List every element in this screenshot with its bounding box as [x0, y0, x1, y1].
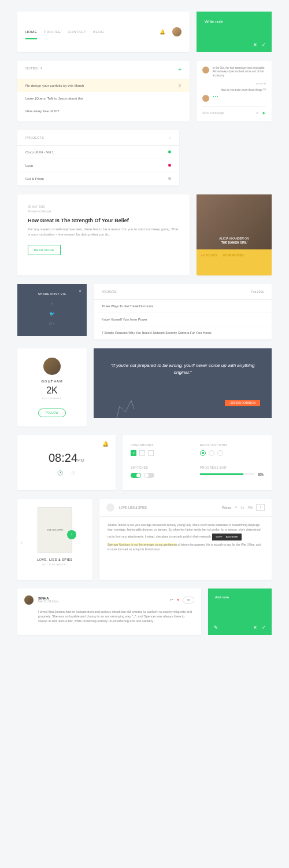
radio[interactable]	[217, 450, 223, 456]
follow-button[interactable]: FOLLOW	[38, 409, 66, 417]
checkbox-label: CHECKBOXES	[131, 443, 194, 447]
archives-card: ARCHIVES Feb 2016 Three Ways To Get Trav…	[94, 284, 272, 340]
close-icon[interactable]: x	[79, 289, 81, 292]
chevron-left-icon[interactable]: ‹	[21, 539, 23, 546]
archives-month[interactable]: Feb 2016	[251, 290, 264, 293]
close-icon[interactable]: ✕	[253, 625, 257, 630]
notes-card: NOTES · 3 + Re-design your portfolio by …	[17, 61, 190, 122]
archive-item[interactable]: Three Ways To Get Travel Discounts	[94, 300, 272, 313]
delete-icon[interactable]: 🗑	[178, 84, 181, 87]
note-item[interactable]: Learn jQuery. Talk to Jason about this	[17, 92, 190, 105]
alarm-icon[interactable]: 🔔	[102, 441, 109, 447]
project-item[interactable]: Cut & Paste	[17, 172, 179, 186]
notes-title: NOTES · 3	[25, 67, 42, 73]
facebook-icon[interactable]: f	[51, 301, 53, 307]
clock-card: 🔔 08:24PM 🕐 ⏱	[17, 435, 116, 490]
chevron-down-icon[interactable]: ▼	[235, 506, 237, 509]
archive-item[interactable]: Know Yourself Your Inner Power	[94, 313, 272, 326]
add-note-card[interactable]: Add note ✎ ✕ ✓	[208, 589, 272, 635]
quote-author: -SIR KEN ROBINSON	[225, 400, 260, 406]
chat-card: In the 90s, the hair accessory was inval…	[197, 61, 272, 122]
archive-item[interactable]: 7 Simple Reasons Why You Need A Network …	[94, 326, 272, 340]
follower-count: 2K	[27, 385, 77, 396]
projects-card: PROJECTS ⌕ Coco UI Kit - Vol 1 Loop Cut …	[17, 130, 179, 186]
clock-icon[interactable]: 🕐	[57, 470, 63, 476]
twitter-icon[interactable]: 🐦	[49, 311, 55, 317]
send-icon[interactable]: ➤	[262, 111, 266, 116]
font-size-large[interactable]: Aa	[247, 505, 253, 509]
article-body: For any aspect of self-improvement, ther…	[28, 227, 179, 237]
quote-text: "If you're not prepared to be wrong, you…	[105, 362, 260, 376]
comment-date: Feb 18 | 03:42pm	[38, 600, 58, 603]
nav-profile[interactable]: PROFILE	[44, 30, 61, 34]
edit-icon[interactable]: ✎	[214, 625, 218, 630]
profile-image-card: ALICIA VIKANDER ON 'THE DANISH GIRL' ♥ 2…	[197, 194, 272, 275]
timer-icon[interactable]: ⏱	[71, 470, 76, 476]
article-date: 05 MAY 2015	[28, 205, 179, 208]
chat-reply: How do you even know these things ??	[202, 89, 266, 91]
nav-contact[interactable]: CONTACT	[68, 30, 86, 34]
progress-bar	[200, 473, 254, 475]
share-card: x SHARE POST VIA f 🐦 G+	[17, 284, 87, 336]
search-icon[interactable]: ⌕	[169, 136, 171, 139]
book-author: BY CINDY ANSTEY	[25, 563, 84, 566]
like-count: 30	[183, 597, 194, 604]
avatar[interactable]	[172, 27, 181, 36]
heart-icon[interactable]: ♥	[201, 254, 203, 257]
copy-button[interactable]: COPY	[216, 535, 222, 539]
article-card: 05 MAY 2015 Posted in Lifestyle How Grea…	[17, 194, 190, 275]
status-dot	[168, 150, 171, 153]
font-size-small[interactable]: Aa	[240, 506, 244, 509]
radio-label: RADIO BUTTONS	[200, 443, 264, 447]
add-note-icon[interactable]: +	[178, 67, 181, 73]
google-plus-icon[interactable]: G+	[49, 321, 55, 326]
checkbox[interactable]: ✓	[131, 450, 136, 456]
follower-name: GOUTHAM	[27, 380, 77, 383]
radio[interactable]	[209, 450, 214, 456]
switch[interactable]	[144, 473, 154, 478]
book-cover: LOVE, LIES & SPIES ›	[38, 507, 72, 553]
radio[interactable]	[200, 450, 206, 456]
article-title: How Great Is The Strength Of Your Belief	[28, 218, 179, 223]
share-title: SHARE POST VIA	[25, 292, 79, 296]
project-item[interactable]: Coco UI Kit - Vol 1	[17, 146, 179, 159]
note-item[interactable]: Re-design your portfolio by this March 🗑	[17, 79, 190, 92]
checkbox[interactable]	[148, 450, 154, 456]
check-icon[interactable]: ✓	[262, 625, 266, 630]
check-icon[interactable]: ✓	[262, 42, 266, 47]
add-note-button[interactable]: ADD NOTE	[226, 535, 238, 539]
reply-icon[interactable]: ↩	[170, 598, 173, 602]
follower-avatar	[43, 358, 61, 375]
nav-blog[interactable]: BLOG	[93, 30, 104, 34]
switch-label: SWITCHES	[131, 466, 194, 469]
text-selection-popup: COPY ADD NOTE	[212, 534, 241, 540]
checkbox[interactable]	[139, 450, 145, 456]
project-item[interactable]: Loop	[17, 159, 179, 172]
chat-input-placeholder[interactable]: Send a message	[202, 111, 224, 115]
menu-icon[interactable]: ⋮	[256, 504, 265, 511]
write-note-card[interactable]: Write note ✕ ✓	[197, 12, 272, 52]
heart-icon[interactable]: ♥	[177, 598, 179, 602]
reader-body: Juliana Telford is not your average nine…	[99, 517, 272, 557]
follower-card: GOUTHAM 2K FOLLOWERS FOLLOW	[17, 348, 87, 426]
projects-title: PROJECTS	[25, 136, 44, 139]
comment-card: SINHA Feb 18 | 03:42pm ↩ ♥ 30 I loved th…	[17, 589, 201, 635]
bell-icon[interactable]: 🔔	[160, 30, 165, 35]
nav-home[interactable]: HOME	[25, 30, 37, 39]
progress-label: PROGRESS BAR	[200, 466, 264, 469]
book-title: LOVE, LIES & SPIES	[25, 558, 84, 561]
attach-icon[interactable]: ⊘	[256, 111, 258, 115]
switch[interactable]	[131, 473, 141, 478]
reader-title: LOVE, LIES & SPIES	[119, 506, 147, 509]
font-select[interactable]: Roboto	[222, 506, 231, 509]
book-card: ‹ LOVE, LIES & SPIES › LOVE, LIES & SPIE…	[17, 499, 92, 580]
status-dot	[168, 177, 171, 180]
crack-decoration	[111, 395, 140, 418]
comment-body: I loved that Juliana had an independent …	[24, 609, 194, 624]
read-more-button[interactable]: READ MORE	[28, 245, 61, 255]
chevron-right-icon[interactable]: ›	[67, 530, 76, 539]
note-item[interactable]: Give away free UI KIT	[17, 105, 190, 117]
close-icon[interactable]: ✕	[253, 42, 257, 47]
quote-card: "If you're not prepared to be wrong, you…	[94, 348, 272, 418]
archives-title: ARCHIVES	[102, 290, 117, 293]
